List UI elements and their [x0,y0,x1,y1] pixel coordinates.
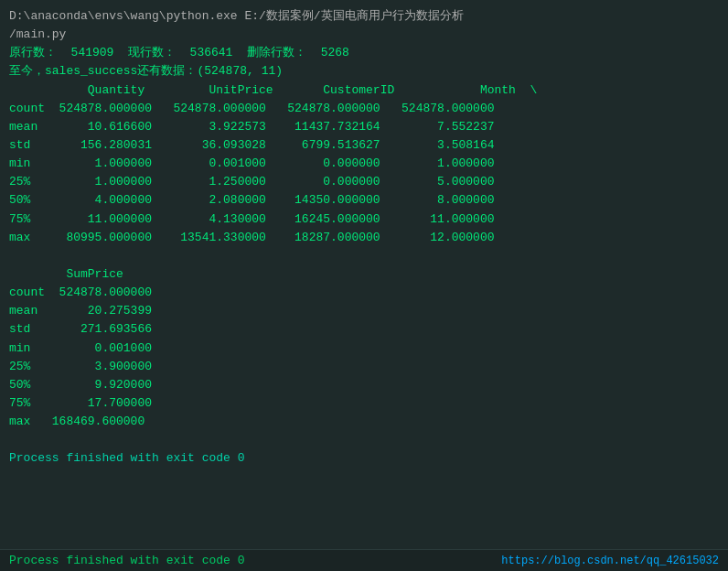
table1-count: count 524878.000000 524878.000000 524878… [9,100,719,118]
table1-std: std 156.280031 36.093028 6799.513627 3.5… [9,136,719,155]
table2-75: 75% 17.700000 [9,394,719,413]
table1-header: Quantity UnitPrice CustomerID Month \ [9,81,719,100]
blank1 [9,247,719,265]
table2-header: SumPrice [9,265,719,284]
table1-min: min 1.000000 0.001000 0.000000 1.000000 [9,155,719,173]
table1-25: 25% 1.000000 1.250000 0.000000 5.000000 [9,173,719,191]
table2-count: count 524878.000000 [9,284,719,302]
footer-bar: Process finished with exit code 0 https:… [0,549,728,571]
info-line2: 至今，sales_success还有数据：(524878, 11) [9,62,719,81]
blank2 [9,431,719,449]
header-line2: /main.py [9,26,719,44]
table2-max: max 168469.600000 [9,413,719,431]
footer-link: https://blog.csdn.net/qq_42615032 [501,555,719,567]
footer-process-text: Process finished with exit code 0 [9,554,244,567]
table1-max: max 80995.000000 13541.330000 18287.0000… [9,229,719,247]
table2-50: 50% 9.920000 [9,376,719,394]
table2-25: 25% 3.900000 [9,358,719,376]
table1-mean: mean 10.616600 3.922573 11437.732164 7.5… [9,118,719,136]
header-line1: D:\anaconda\envs\wang\python.exe E:/数据案例… [9,7,719,26]
process-done: Process finished with exit code 0 [9,449,719,468]
info-line1: 原行数： 541909 现行数： 536641 删除行数： 5268 [9,44,719,62]
table2-mean: mean 20.275399 [9,302,719,320]
table2-min: min 0.001000 [9,339,719,358]
terminal-output: D:\anaconda\envs\wang\python.exe E:/数据案例… [9,7,719,496]
table1-75: 75% 11.000000 4.130000 16245.000000 11.0… [9,210,719,229]
table1-50: 50% 4.000000 2.080000 14350.000000 8.000… [9,191,719,210]
table2-std: std 271.693566 [9,320,719,339]
